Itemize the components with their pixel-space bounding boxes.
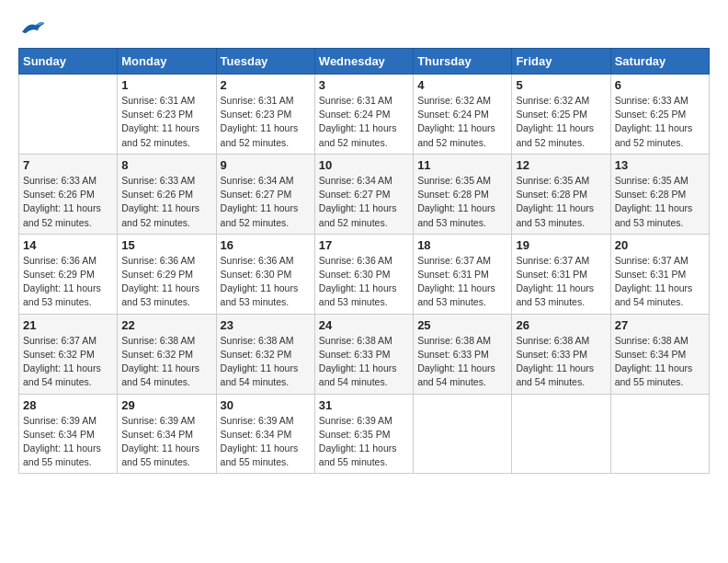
calendar-cell: 23 Sunrise: 6:38 AM Sunset: 6:32 PM Dayl… [216, 314, 314, 394]
day-number: 10 [319, 158, 409, 172]
calendar-cell: 31 Sunrise: 6:39 AM Sunset: 6:35 PM Dayl… [314, 394, 413, 474]
weekday-header: Friday [512, 49, 610, 75]
calendar-cell: 4 Sunrise: 6:32 AM Sunset: 6:24 PM Dayli… [414, 75, 512, 155]
calendar-cell: 28 Sunrise: 6:39 AM Sunset: 6:34 PM Dayl… [19, 394, 118, 474]
day-info: Sunrise: 6:39 AM Sunset: 6:35 PM Dayligh… [319, 414, 409, 470]
day-info: Sunrise: 6:36 AM Sunset: 6:29 PM Dayligh… [121, 254, 211, 310]
calendar-cell: 18 Sunrise: 6:37 AM Sunset: 6:31 PM Dayl… [414, 234, 512, 314]
calendar-cell: 20 Sunrise: 6:37 AM Sunset: 6:31 PM Dayl… [610, 234, 709, 314]
day-number: 7 [23, 158, 113, 172]
day-info: Sunrise: 6:36 AM Sunset: 6:30 PM Dayligh… [319, 254, 409, 310]
calendar-cell [19, 75, 118, 155]
day-number: 26 [516, 318, 606, 332]
calendar-week-row: 7 Sunrise: 6:33 AM Sunset: 6:26 PM Dayli… [19, 154, 710, 234]
day-number: 5 [516, 78, 606, 92]
day-number: 14 [23, 238, 113, 252]
day-number: 6 [615, 78, 705, 92]
day-number: 16 [221, 238, 311, 252]
day-info: Sunrise: 6:38 AM Sunset: 6:33 PM Dayligh… [319, 334, 409, 390]
day-number: 4 [417, 78, 507, 92]
calendar-cell: 9 Sunrise: 6:34 AM Sunset: 6:27 PM Dayli… [216, 154, 314, 234]
day-info: Sunrise: 6:36 AM Sunset: 6:30 PM Dayligh… [221, 254, 311, 310]
day-info: Sunrise: 6:34 AM Sunset: 6:27 PM Dayligh… [319, 174, 409, 230]
calendar-cell: 17 Sunrise: 6:36 AM Sunset: 6:30 PM Dayl… [314, 234, 413, 314]
header [18, 18, 710, 39]
day-info: Sunrise: 6:33 AM Sunset: 6:25 PM Dayligh… [615, 94, 705, 150]
day-info: Sunrise: 6:34 AM Sunset: 6:27 PM Dayligh… [221, 174, 311, 230]
day-info: Sunrise: 6:39 AM Sunset: 6:34 PM Dayligh… [221, 414, 311, 470]
day-number: 12 [516, 158, 606, 172]
calendar-cell: 11 Sunrise: 6:35 AM Sunset: 6:28 PM Dayl… [414, 154, 512, 234]
day-info: Sunrise: 6:37 AM Sunset: 6:31 PM Dayligh… [615, 254, 705, 310]
day-number: 29 [121, 398, 211, 412]
calendar-cell: 5 Sunrise: 6:32 AM Sunset: 6:25 PM Dayli… [512, 75, 610, 155]
day-number: 19 [516, 238, 606, 252]
calendar-cell: 10 Sunrise: 6:34 AM Sunset: 6:27 PM Dayl… [314, 154, 413, 234]
calendar-week-row: 28 Sunrise: 6:39 AM Sunset: 6:34 PM Dayl… [19, 394, 710, 474]
calendar-week-row: 21 Sunrise: 6:37 AM Sunset: 6:32 PM Dayl… [19, 314, 710, 394]
calendar-cell [512, 394, 610, 474]
calendar-cell: 14 Sunrise: 6:36 AM Sunset: 6:29 PM Dayl… [19, 234, 118, 314]
calendar-cell: 26 Sunrise: 6:38 AM Sunset: 6:33 PM Dayl… [512, 314, 610, 394]
calendar-cell: 27 Sunrise: 6:38 AM Sunset: 6:34 PM Dayl… [610, 314, 709, 394]
day-info: Sunrise: 6:31 AM Sunset: 6:23 PM Dayligh… [121, 94, 211, 150]
day-number: 25 [417, 318, 507, 332]
calendar-cell: 6 Sunrise: 6:33 AM Sunset: 6:25 PM Dayli… [610, 75, 709, 155]
weekday-header: Sunday [19, 49, 118, 75]
weekday-header-row: SundayMondayTuesdayWednesdayThursdayFrid… [19, 49, 710, 75]
logo-bird-icon [18, 18, 46, 39]
day-info: Sunrise: 6:37 AM Sunset: 6:31 PM Dayligh… [516, 254, 606, 310]
calendar-cell: 21 Sunrise: 6:37 AM Sunset: 6:32 PM Dayl… [19, 314, 118, 394]
day-number: 13 [615, 158, 705, 172]
day-number: 3 [319, 78, 409, 92]
calendar-cell: 2 Sunrise: 6:31 AM Sunset: 6:23 PM Dayli… [216, 75, 314, 155]
weekday-header: Wednesday [314, 49, 413, 75]
calendar-cell: 22 Sunrise: 6:38 AM Sunset: 6:32 PM Dayl… [118, 314, 216, 394]
day-number: 23 [221, 318, 311, 332]
day-number: 28 [23, 398, 113, 412]
day-info: Sunrise: 6:32 AM Sunset: 6:25 PM Dayligh… [516, 94, 606, 150]
day-info: Sunrise: 6:38 AM Sunset: 6:34 PM Dayligh… [615, 334, 705, 390]
calendar-week-row: 14 Sunrise: 6:36 AM Sunset: 6:29 PM Dayl… [19, 234, 710, 314]
day-number: 8 [121, 158, 211, 172]
logo [18, 18, 50, 39]
day-info: Sunrise: 6:37 AM Sunset: 6:31 PM Dayligh… [417, 254, 507, 310]
day-number: 17 [319, 238, 409, 252]
day-number: 15 [121, 238, 211, 252]
day-info: Sunrise: 6:33 AM Sunset: 6:26 PM Dayligh… [23, 174, 113, 230]
day-info: Sunrise: 6:37 AM Sunset: 6:32 PM Dayligh… [23, 334, 113, 390]
calendar-cell: 7 Sunrise: 6:33 AM Sunset: 6:26 PM Dayli… [19, 154, 118, 234]
day-number: 11 [417, 158, 507, 172]
day-info: Sunrise: 6:38 AM Sunset: 6:32 PM Dayligh… [121, 334, 211, 390]
calendar-cell [414, 394, 512, 474]
calendar-cell: 24 Sunrise: 6:38 AM Sunset: 6:33 PM Dayl… [314, 314, 413, 394]
weekday-header: Monday [118, 49, 216, 75]
day-number: 30 [221, 398, 311, 412]
day-info: Sunrise: 6:35 AM Sunset: 6:28 PM Dayligh… [516, 174, 606, 230]
calendar-cell: 15 Sunrise: 6:36 AM Sunset: 6:29 PM Dayl… [118, 234, 216, 314]
calendar-cell: 8 Sunrise: 6:33 AM Sunset: 6:26 PM Dayli… [118, 154, 216, 234]
calendar-cell: 25 Sunrise: 6:38 AM Sunset: 6:33 PM Dayl… [414, 314, 512, 394]
weekday-header: Tuesday [216, 49, 314, 75]
day-info: Sunrise: 6:31 AM Sunset: 6:24 PM Dayligh… [319, 94, 409, 150]
calendar-cell: 12 Sunrise: 6:35 AM Sunset: 6:28 PM Dayl… [512, 154, 610, 234]
day-info: Sunrise: 6:38 AM Sunset: 6:33 PM Dayligh… [417, 334, 507, 390]
calendar-cell: 3 Sunrise: 6:31 AM Sunset: 6:24 PM Dayli… [314, 75, 413, 155]
day-info: Sunrise: 6:35 AM Sunset: 6:28 PM Dayligh… [417, 174, 507, 230]
calendar-cell: 19 Sunrise: 6:37 AM Sunset: 6:31 PM Dayl… [512, 234, 610, 314]
day-info: Sunrise: 6:38 AM Sunset: 6:33 PM Dayligh… [516, 334, 606, 390]
calendar-table: SundayMondayTuesdayWednesdayThursdayFrid… [18, 48, 710, 474]
calendar-cell [610, 394, 709, 474]
day-number: 22 [121, 318, 211, 332]
day-number: 31 [319, 398, 409, 412]
day-info: Sunrise: 6:35 AM Sunset: 6:28 PM Dayligh… [615, 174, 705, 230]
day-info: Sunrise: 6:32 AM Sunset: 6:24 PM Dayligh… [417, 94, 507, 150]
day-number: 21 [23, 318, 113, 332]
calendar-week-row: 1 Sunrise: 6:31 AM Sunset: 6:23 PM Dayli… [19, 75, 710, 155]
day-info: Sunrise: 6:31 AM Sunset: 6:23 PM Dayligh… [221, 94, 311, 150]
calendar-cell: 30 Sunrise: 6:39 AM Sunset: 6:34 PM Dayl… [216, 394, 314, 474]
calendar-cell: 29 Sunrise: 6:39 AM Sunset: 6:34 PM Dayl… [118, 394, 216, 474]
day-number: 1 [121, 78, 211, 92]
day-info: Sunrise: 6:36 AM Sunset: 6:29 PM Dayligh… [23, 254, 113, 310]
calendar-cell: 16 Sunrise: 6:36 AM Sunset: 6:30 PM Dayl… [216, 234, 314, 314]
